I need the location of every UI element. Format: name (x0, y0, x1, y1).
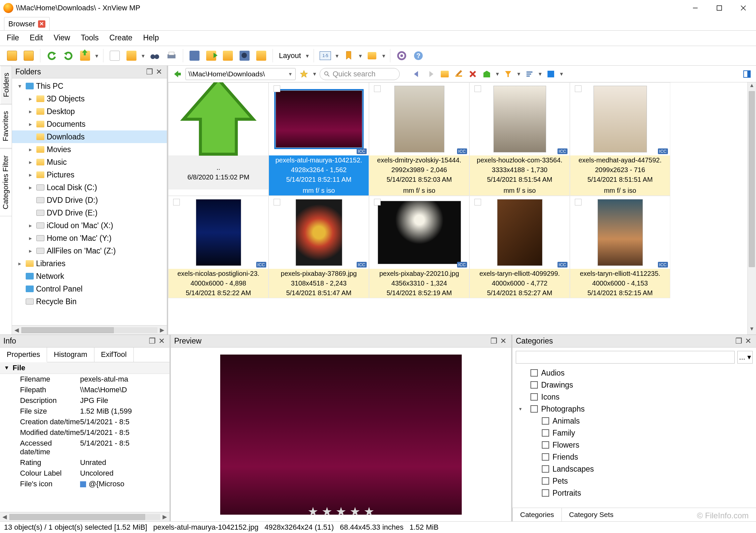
close-button[interactable] (731, 1, 755, 15)
folder-dvd-drive-d-[interactable]: DVD Drive (D:) (12, 194, 167, 206)
sidetab-favorites[interactable]: Favorites (0, 104, 12, 148)
capture-icon[interactable] (237, 48, 252, 63)
info-tab-properties[interactable]: Properties (0, 348, 47, 362)
scanner-icon[interactable] (187, 48, 202, 63)
folder-downloads[interactable]: Downloads (12, 130, 167, 143)
folder-libraries[interactable]: ▸Libraries (12, 257, 167, 270)
path-combo[interactable]: \\Mac\Home\Downloads\▼ (185, 68, 296, 80)
filter-icon[interactable] (502, 68, 514, 80)
folder-3d-objects[interactable]: ▸3D Objects (12, 92, 167, 105)
paste-folder-icon[interactable] (124, 48, 139, 63)
favorite-star-icon[interactable] (298, 68, 310, 80)
folder-allfiles-on-mac-z-[interactable]: ▸AllFiles on 'Mac' (Z:) (12, 244, 167, 257)
thumbnail-cell[interactable]: ICCexels-dmitry-zvolskiy-15444.2992x3989… (369, 82, 469, 196)
checkbox[interactable] (542, 453, 549, 461)
panel-restore-icon[interactable]: ❐ (734, 337, 743, 346)
checkbox[interactable] (173, 199, 180, 205)
menu-file[interactable]: File (7, 33, 19, 42)
checkbox[interactable] (374, 85, 381, 92)
checkbox[interactable] (274, 199, 280, 205)
checkbox[interactable] (274, 85, 280, 92)
dropdown-icon[interactable]: ▼ (305, 53, 310, 59)
new-folder-icon[interactable] (365, 48, 379, 63)
redo-icon[interactable] (61, 48, 76, 63)
tab-browser[interactable]: Browser ✕ (4, 17, 50, 30)
dropdown-icon[interactable]: ▼ (381, 53, 386, 59)
panel-restore-icon[interactable]: ❐ (145, 67, 154, 76)
section-header-file[interactable]: ▼File (0, 362, 169, 374)
category-animals[interactable]: Animals (512, 415, 756, 427)
category-search-input[interactable] (516, 351, 735, 364)
menu-tools[interactable]: Tools (81, 33, 99, 42)
menu-create[interactable]: Create (109, 33, 132, 42)
nav-forward-icon[interactable] (425, 68, 436, 80)
sidetab-categories-filter[interactable]: Categories Filter (0, 148, 12, 216)
tab-close-icon[interactable]: ✕ (38, 20, 45, 28)
horizontal-scrollbar[interactable]: ◄► (0, 512, 169, 521)
back-green-icon[interactable] (171, 68, 183, 80)
thumbnail-cell[interactable]: ICCpexels-atul-maurya-1042152.4928x3264 … (269, 82, 369, 196)
dropdown-icon[interactable]: ▼ (516, 71, 521, 77)
checkbox[interactable] (474, 85, 481, 92)
thumbnail-cell[interactable]: ICCexels-taryn-elliott-4099299.4000x6000… (469, 196, 570, 298)
thumbnail-cell[interactable]: ICCpexels-houzlook-com-33564.3333x4188 -… (469, 82, 570, 196)
checkbox[interactable] (575, 199, 582, 205)
minimize-button[interactable] (683, 1, 707, 15)
thumbnail-cell[interactable]: ICCexels-medhat-ayad-447592.2099x2623 - … (570, 82, 670, 196)
checkbox[interactable] (530, 381, 538, 389)
folder-movies[interactable]: ▸Movies (12, 143, 167, 156)
sort-icon[interactable] (524, 68, 535, 80)
panel-close-icon[interactable]: ✕ (154, 67, 163, 76)
thumbnail-cell[interactable]: ICCexels-taryn-elliott-4112235.4000x6000… (570, 196, 670, 298)
panel-close-icon[interactable]: ✕ (743, 337, 753, 346)
thumbnail-cell[interactable]: ..6/8/2020 1:15:02 PM (168, 82, 269, 196)
checkbox[interactable] (542, 477, 549, 485)
checkbox[interactable] (575, 85, 582, 92)
category-flowers[interactable]: Flowers (512, 439, 756, 451)
panel-close-icon[interactable]: ✕ (157, 337, 166, 346)
checkbox[interactable] (374, 199, 381, 205)
help-icon[interactable]: ? (411, 48, 426, 63)
dropdown-icon[interactable]: ▼ (94, 53, 99, 59)
checkbox[interactable] (542, 489, 549, 497)
dropdown-icon[interactable]: ▼ (358, 53, 363, 59)
category-family[interactable]: Family (512, 427, 756, 439)
checkbox[interactable] (474, 199, 481, 205)
thumbnails-view-icon[interactable]: 1-5 (318, 48, 333, 63)
thumbnail-cell[interactable]: ICCexels-nicolas-postiglioni-23.4000x600… (168, 196, 269, 298)
quick-search-input[interactable]: Quick search (320, 68, 400, 80)
delete-icon[interactable] (467, 68, 478, 80)
bookmark-icon[interactable] (341, 48, 356, 63)
fullscreen-icon[interactable] (5, 48, 19, 63)
slideshow-icon[interactable] (254, 48, 269, 63)
folder-documents[interactable]: ▸Documents (12, 118, 167, 130)
vertical-scrollbar[interactable]: ▲▼ (747, 82, 756, 335)
color-label-icon[interactable] (545, 68, 556, 80)
category-icons[interactable]: Icons (512, 391, 756, 403)
copy-icon[interactable] (107, 48, 122, 63)
folder-home-on-mac-y-[interactable]: ▸Home on 'Mac' (Y:) (12, 232, 167, 244)
settings-icon[interactable] (394, 48, 409, 63)
info-tab-exiftool[interactable]: ExifTool (94, 348, 134, 362)
sidetab-folders[interactable]: Folders (0, 66, 12, 104)
print-icon[interactable] (164, 48, 179, 63)
preview-image[interactable]: ★ ★ ★ ★ ★ (171, 348, 511, 521)
checkbox[interactable] (530, 369, 538, 377)
folder-network[interactable]: Network (12, 270, 167, 283)
panel-restore-icon[interactable]: ❐ (489, 337, 498, 346)
fit-icon[interactable] (21, 48, 36, 63)
folder-recycle-bin[interactable]: Recycle Bin (12, 295, 167, 308)
checkbox[interactable] (542, 465, 549, 473)
edit-icon[interactable] (453, 68, 464, 80)
export-icon[interactable] (204, 48, 219, 63)
folder-tree[interactable]: ▾This PC▸3D Objects▸Desktop▸DocumentsDow… (12, 78, 167, 325)
menu-help[interactable]: Help (143, 33, 159, 42)
horizontal-scrollbar[interactable]: ◄► (12, 325, 167, 335)
thumbnail-grid[interactable]: ..6/8/2020 1:15:02 PMICCpexels-atul-maur… (168, 82, 756, 335)
nav-back-icon[interactable] (411, 68, 422, 80)
menu-view[interactable]: View (54, 33, 70, 42)
undo-icon[interactable] (44, 48, 59, 63)
category-photographs[interactable]: ▾Photographs (512, 403, 756, 415)
category-tree[interactable]: AudiosDrawingsIcons▾PhotographsAnimalsFa… (512, 367, 756, 508)
open-folder-icon[interactable] (439, 68, 450, 80)
